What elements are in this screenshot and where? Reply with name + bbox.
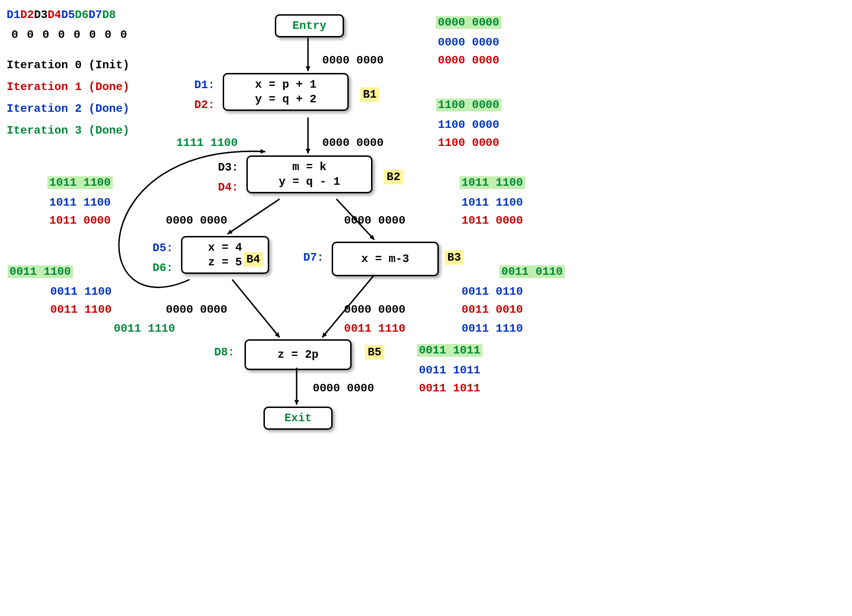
edge-b4-b5 <box>232 280 280 337</box>
entry-out-it2: 0000 0000 <box>438 36 499 49</box>
node-b2: m = k y = q - 1 <box>246 155 372 193</box>
b4-out-it0: 0000 0000 <box>166 303 227 316</box>
def-d7: D7 <box>89 9 102 21</box>
def-d3: D3 <box>34 9 48 21</box>
def-d1: D1 <box>7 9 20 21</box>
b2-right-out-it3: 1011 1100 <box>460 176 525 189</box>
b1-out-it1: 1100 0000 <box>438 136 499 149</box>
node-exit: Exit <box>263 407 333 430</box>
b1-stmt-1: x = p + 1 <box>224 77 347 92</box>
entry-label: Entry <box>276 18 343 33</box>
def-zero-row: 0 0 0 0 0 0 0 0 <box>11 28 128 41</box>
d7-label: D7: <box>303 251 324 264</box>
def-d2: D2 <box>20 9 34 21</box>
iteration-1: Iteration 1 (Done) <box>7 81 129 93</box>
node-entry: Entry <box>275 14 344 37</box>
b3-out-it1: 0011 0010 <box>462 303 523 316</box>
b2-right-out-it1: 1011 0000 <box>462 214 523 227</box>
node-b3: x = m-3 <box>332 242 439 276</box>
b2-left-out-it3: 1011 1100 <box>47 176 113 189</box>
b5-in-it3: 0011 1110 <box>114 322 175 335</box>
b2-left-out-it0: 0000 0000 <box>166 214 227 227</box>
b1-name: B1 <box>360 88 380 101</box>
d3-label: D3: <box>218 161 238 174</box>
d1-label: D1: <box>194 79 215 91</box>
b4-out-it2: 0011 1100 <box>50 285 112 298</box>
b2-stmt-1: m = k <box>248 160 371 174</box>
b4-name: B4 <box>244 253 263 266</box>
d4-label: D4: <box>218 181 238 194</box>
b3-out-it3: 0011 0110 <box>499 265 565 278</box>
entry-out-it0: 0000 0000 <box>322 54 384 67</box>
b3-stmt-1: x = m-3 <box>333 252 437 266</box>
b5-out-it3: 0011 1011 <box>417 344 482 357</box>
b5-out-it2: 0011 1011 <box>419 364 480 377</box>
edge-b2-b4 <box>227 199 280 234</box>
d8-label: D8: <box>214 346 235 359</box>
def-d4: D4 <box>47 9 61 21</box>
b3-name: B3 <box>444 251 464 264</box>
def-d8: D8 <box>102 9 116 21</box>
b3-out-it2: 0011 0110 <box>462 285 523 298</box>
entry-out-it3: 0000 0000 <box>436 16 501 29</box>
entry-out-it1: 0000 0000 <box>438 54 499 67</box>
d5-label: D5: <box>153 242 173 254</box>
b2-right-out-it0: 0000 0000 <box>344 214 406 227</box>
node-b5: z = 2p <box>245 339 352 370</box>
iteration-0: Iteration 0 (Init) <box>7 59 129 72</box>
b5-name: B5 <box>365 346 384 359</box>
iteration-2: Iteration 2 (Done) <box>7 102 129 115</box>
iteration-3: Iteration 3 (Done) <box>7 124 129 137</box>
b5-out-it1: 0011 1011 <box>419 382 480 395</box>
b5-stmt-1: z = 2p <box>246 347 350 362</box>
diagram-canvas: D1D2D3D4D5D6D7D8 0 0 0 0 0 0 0 0 Iterati… <box>0 0 852 616</box>
def-d5: D5 <box>61 9 75 21</box>
def-header: D1D2D3D4D5D6D7D8 <box>7 9 116 21</box>
b2-name: B2 <box>384 171 403 183</box>
exit-label: Exit <box>265 411 331 426</box>
b1-out-it0: 0000 0000 <box>322 136 384 149</box>
b2-left-out-it1: 1011 0000 <box>49 214 111 227</box>
def-d6: D6 <box>75 9 89 21</box>
node-b1: x = p + 1 y = q + 2 <box>223 73 349 111</box>
b2-stmt-2: y = q - 1 <box>248 174 371 189</box>
b1-out-it2: 1100 0000 <box>438 118 499 131</box>
d6-label: D6: <box>153 262 173 274</box>
b5-out-it0: 0000 0000 <box>313 382 374 395</box>
b1-out-it3: 1100 0000 <box>436 99 501 111</box>
b2-right-out-it2: 1011 1100 <box>462 196 523 209</box>
b1-stmt-2: y = q + 2 <box>224 92 347 107</box>
b2-in-it3: 1111 1100 <box>176 136 238 149</box>
d2-label: D2: <box>194 99 215 111</box>
b3-out-it0: 0000 0000 <box>344 303 406 316</box>
b5-in-it1: 0011 1110 <box>344 322 406 335</box>
b4-out-it3: 0011 1100 <box>8 265 73 278</box>
b2-left-out-it2: 1011 1100 <box>49 196 111 209</box>
b5-in-it2: 0011 1110 <box>462 322 523 335</box>
b4-out-it1: 0011 1100 <box>50 303 112 316</box>
